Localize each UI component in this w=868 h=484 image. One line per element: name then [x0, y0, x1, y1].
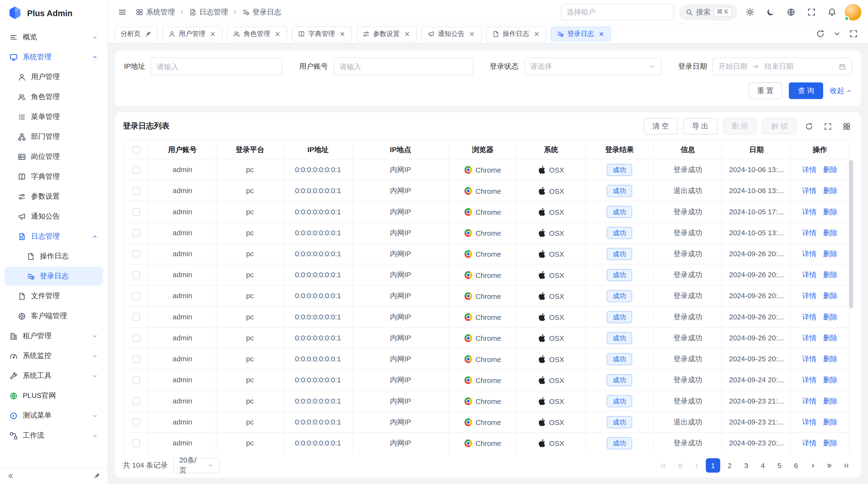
page-button-5[interactable]: 5	[772, 458, 787, 473]
row-checkbox[interactable]	[132, 397, 140, 405]
breadcrumb-item[interactable]: 日志管理	[189, 7, 228, 17]
language-globe-icon[interactable]	[783, 4, 799, 20]
detail-link[interactable]: 详情	[802, 375, 817, 385]
sidebar-item-system[interactable]: 系统管理	[4, 47, 103, 66]
pin-sidebar-icon[interactable]	[93, 472, 101, 480]
status-select[interactable]: 请选择	[524, 58, 661, 75]
refresh-table-icon[interactable]	[802, 120, 815, 133]
tab-role[interactable]: 角色管理	[227, 26, 287, 41]
delete-link[interactable]: 删除	[823, 186, 838, 195]
delete-button[interactable]: 删 除	[723, 118, 757, 134]
date-range-picker[interactable]: 开始日期 结束日期	[712, 58, 852, 75]
user-avatar[interactable]	[845, 4, 862, 20]
last-page-icon[interactable]	[839, 458, 853, 473]
page-button-2[interactable]: 2	[722, 458, 737, 473]
sidebar-item-file[interactable]: 文件管理	[4, 287, 103, 305]
unlock-button[interactable]: 解 锁	[763, 118, 796, 134]
sidebar-item-dict[interactable]: 字典管理	[4, 167, 103, 186]
delete-link[interactable]: 删除	[823, 375, 838, 385]
sidebar-item-dept[interactable]: 部门管理	[4, 127, 103, 146]
app-logo[interactable]: Plus Admin	[0, 0, 107, 26]
detail-link[interactable]: 详情	[802, 291, 817, 300]
sidebar-item-client[interactable]: 客户端管理	[4, 306, 103, 325]
reset-button[interactable]: 重 置	[748, 83, 782, 99]
row-checkbox[interactable]	[132, 313, 140, 321]
breadcrumb-item[interactable]: 登录日志	[242, 7, 281, 17]
row-checkbox[interactable]	[132, 356, 140, 363]
export-button[interactable]: 导 出	[683, 118, 717, 134]
sidebar-item-notice[interactable]: 通知公告	[4, 207, 103, 226]
collapse-sidebar-icon[interactable]	[7, 472, 14, 480]
tab-operlog[interactable]: 操作日志	[486, 26, 546, 41]
collapse-filters-link[interactable]: 收起	[830, 86, 852, 96]
sidebar-item-overview[interactable]: 概览	[4, 28, 103, 46]
detail-link[interactable]: 详情	[802, 333, 817, 343]
sidebar-item-workflow[interactable]: 工作流	[4, 426, 103, 445]
delete-link[interactable]: 删除	[823, 270, 838, 280]
delete-link[interactable]: 删除	[823, 438, 838, 448]
global-search-button[interactable]: 搜索 ⌘ K	[679, 4, 737, 20]
tab-loginlog[interactable]: 登录日志	[551, 26, 611, 41]
row-checkbox[interactable]	[132, 187, 140, 195]
tab-notice[interactable]: 通知公告	[421, 26, 482, 41]
row-checkbox[interactable]	[132, 377, 140, 384]
close-tab-icon[interactable]	[468, 30, 475, 37]
table-fullscreen-icon[interactable]	[821, 120, 834, 133]
column-settings-icon[interactable]	[840, 120, 853, 133]
clear-button[interactable]: 清 空	[644, 118, 678, 134]
detail-link[interactable]: 详情	[802, 249, 817, 259]
sidebar-item-loginlog[interactable]: 登录日志	[4, 267, 103, 286]
prev-5-pages-icon[interactable]	[673, 458, 687, 473]
row-checkbox[interactable]	[132, 208, 140, 216]
tab-param[interactable]: 参数设置	[356, 26, 417, 41]
dark-mode-moon-icon[interactable]	[763, 4, 778, 20]
detail-link[interactable]: 详情	[802, 354, 817, 364]
ip-input[interactable]	[151, 58, 282, 75]
row-checkbox[interactable]	[132, 418, 140, 426]
sidebar-item-test[interactable]: 测试菜单	[4, 406, 103, 425]
close-tab-icon[interactable]	[339, 30, 346, 37]
close-tab-icon[interactable]	[533, 30, 540, 37]
close-tab-icon[interactable]	[404, 30, 411, 37]
row-checkbox[interactable]	[132, 440, 140, 447]
delete-link[interactable]: 删除	[823, 333, 838, 343]
row-checkbox[interactable]	[132, 292, 140, 300]
detail-link[interactable]: 详情	[802, 438, 817, 448]
tab-dict[interactable]: 字典管理	[292, 26, 352, 41]
account-input[interactable]	[334, 58, 473, 75]
sidebar-item-log[interactable]: 日志管理	[4, 227, 103, 246]
delete-link[interactable]: 删除	[823, 417, 838, 427]
sidebar-item-role[interactable]: 角色管理	[4, 88, 103, 106]
sidebar-item-operlog[interactable]: 操作日志	[4, 247, 103, 266]
hamburger-menu-icon[interactable]	[115, 4, 130, 20]
page-button-3[interactable]: 3	[739, 458, 753, 473]
delete-link[interactable]: 删除	[823, 228, 838, 238]
breadcrumb-item[interactable]: 系统管理	[135, 7, 175, 17]
row-checkbox[interactable]	[132, 229, 140, 237]
sidebar-item-plus-site[interactable]: PLUS官网	[4, 386, 103, 405]
next-5-pages-icon[interactable]	[822, 458, 836, 473]
table-scrollbar-thumb[interactable]	[849, 160, 853, 308]
row-checkbox[interactable]	[132, 334, 140, 342]
row-checkbox[interactable]	[132, 271, 140, 279]
sidebar-item-post[interactable]: 岗位管理	[4, 147, 103, 166]
select-all-checkbox[interactable]	[132, 146, 140, 154]
page-button-6[interactable]: 6	[789, 458, 803, 473]
refresh-page-icon[interactable]	[812, 26, 828, 41]
detail-link[interactable]: 详情	[802, 228, 817, 238]
page-size-select[interactable]: 20条/页	[173, 458, 220, 473]
delete-link[interactable]: 删除	[823, 165, 838, 174]
delete-link[interactable]: 删除	[823, 291, 838, 300]
close-tab-icon[interactable]	[598, 30, 605, 37]
row-checkbox[interactable]	[132, 250, 140, 258]
detail-link[interactable]: 详情	[802, 186, 817, 195]
sidebar-item-menu[interactable]: 菜单管理	[4, 107, 103, 126]
sidebar-item-tenant[interactable]: 租户管理	[4, 327, 103, 346]
page-button-4[interactable]: 4	[756, 458, 770, 473]
tab-options-chevron-icon[interactable]	[829, 26, 845, 41]
row-checkbox[interactable]	[132, 166, 140, 174]
sidebar-item-monitor[interactable]: 系统监控	[4, 346, 103, 365]
delete-link[interactable]: 删除	[823, 249, 838, 259]
delete-link[interactable]: 删除	[823, 396, 838, 406]
tab-user[interactable]: 用户管理	[162, 26, 222, 41]
